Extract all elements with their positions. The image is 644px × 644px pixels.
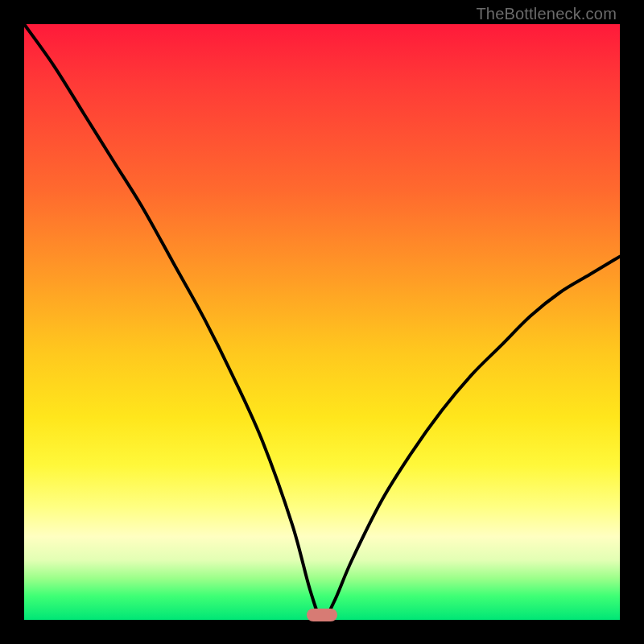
watermark-text: TheBottleneck.com [476, 5, 617, 23]
plot-area [24, 24, 620, 620]
optimum-marker [307, 609, 337, 621]
chart-frame: TheBottleneck.com [0, 0, 644, 644]
curve-path [24, 24, 620, 620]
bottleneck-curve [24, 24, 620, 620]
